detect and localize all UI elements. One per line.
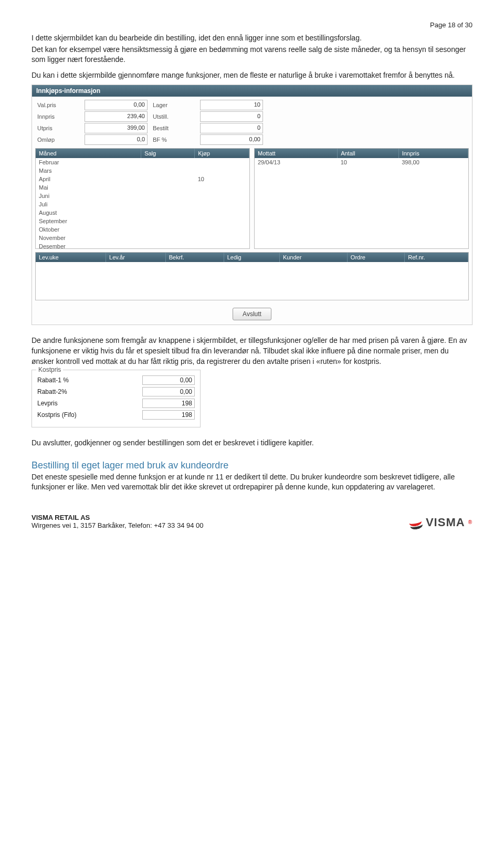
table-cell	[141, 225, 195, 234]
table-cell: Juni	[36, 192, 141, 200]
table-cell	[195, 208, 249, 217]
col-head: Måned	[36, 149, 141, 158]
table-cell: April	[36, 175, 141, 183]
col-head: Innpris	[398, 149, 468, 158]
col-head: Kjøp	[195, 149, 249, 158]
page-indicator: Page 18 of 30	[32, 21, 472, 29]
field-value[interactable]: 0	[200, 123, 263, 133]
footer-address: Wirgenes vei 1, 3157 Barkåker, Telefon: …	[32, 521, 204, 529]
table-cell	[141, 217, 195, 225]
table-cell: 398,00	[398, 158, 468, 166]
field-value[interactable]: 10	[200, 100, 263, 110]
panel-title: Innkjøps-informasjon	[32, 85, 472, 97]
table-cell: Oktober	[36, 225, 141, 234]
body-text: Du kan i dette skjermbilde gjennomføre m…	[32, 70, 472, 81]
table-cell	[195, 217, 249, 225]
table-cell	[141, 192, 195, 200]
col-head: Lev.år	[106, 253, 166, 262]
field-label: Lager	[153, 102, 195, 108]
table-cell: Mai	[36, 183, 141, 192]
table-cell: Februar	[36, 158, 141, 166]
info-grid: Val.pris 0,00 Lager 10 Innpris 239,40 Ut…	[32, 97, 472, 148]
field-label: Utpris	[37, 125, 79, 131]
field-label: Bestilt	[153, 125, 195, 131]
body-text: Det eneste spesielle med denne funksjon …	[32, 472, 472, 493]
field-value[interactable]: 0	[200, 111, 263, 122]
col-head: Mottatt	[255, 149, 338, 158]
field-value[interactable]: 0,00	[85, 100, 148, 110]
table-cell	[141, 208, 195, 217]
table-cell	[141, 234, 195, 242]
footer-company: VISMA RETAIL AS	[32, 514, 204, 521]
table-cell: Mars	[36, 166, 141, 175]
col-head: Antall	[338, 149, 399, 158]
col-head: Salg	[141, 149, 195, 158]
table-cell	[141, 158, 195, 166]
table-cell	[141, 166, 195, 175]
body-text: De andre funksjonene som fremgår av knap…	[32, 336, 472, 367]
page-footer: VISMA RETAIL AS Wirgenes vei 1, 3157 Bar…	[32, 514, 472, 529]
table-cell	[141, 200, 195, 208]
table-cell	[195, 200, 249, 208]
logo-text: VISMA	[426, 516, 465, 529]
kost-value[interactable]: 198	[142, 399, 195, 408]
table-cell: Desember	[36, 242, 141, 249]
field-value[interactable]: 0,0	[85, 134, 148, 145]
table-cell	[195, 225, 249, 234]
kost-label: Kostpris (Fifo)	[37, 411, 77, 419]
avslutt-button[interactable]: Avslutt	[233, 308, 271, 320]
col-head: Ordre	[347, 253, 404, 262]
month-table[interactable]: Måned Salg Kjøp FebruarMarsApril10MaiJun…	[35, 148, 250, 249]
field-value[interactable]: 399,00	[85, 123, 148, 133]
field-value[interactable]: 239,40	[85, 111, 148, 122]
visma-logo: VISMA®	[409, 516, 472, 529]
box-legend: Kostpris	[36, 366, 63, 373]
kost-value[interactable]: 0,00	[142, 375, 195, 385]
field-value[interactable]: 0,00	[200, 134, 263, 145]
col-head: Bekrf.	[165, 253, 224, 262]
kost-label: Rabatt-2%	[37, 388, 67, 395]
table-cell	[195, 158, 249, 166]
table-cell	[141, 242, 195, 249]
body-text: I dette skjermbildet kan du bearbeide di…	[32, 33, 472, 44]
table-cell: 10	[195, 175, 249, 183]
table-cell: Juli	[36, 200, 141, 208]
kost-value[interactable]: 198	[142, 410, 195, 420]
table-cell	[195, 183, 249, 192]
table-cell	[195, 192, 249, 200]
field-label: Omløp	[37, 137, 79, 143]
table-cell: August	[36, 208, 141, 217]
kostpris-box: Kostpris Rabatt-1 %0,00Rabatt-2%0,00Levp…	[32, 370, 201, 427]
field-label: Innpris	[37, 113, 79, 120]
table-cell	[195, 166, 249, 175]
body-text: Det kan for eksempel være hensiktsmessig…	[32, 45, 472, 65]
field-label: BF %	[153, 137, 195, 143]
table-cell	[141, 175, 195, 183]
col-head: Ledig	[224, 253, 279, 262]
col-head: Kunder	[279, 253, 347, 262]
col-head: Ref.nr.	[405, 253, 468, 262]
kost-label: Rabatt-1 %	[37, 377, 69, 384]
kost-value[interactable]: 0,00	[142, 387, 195, 396]
table-cell: 10	[338, 158, 399, 166]
table-cell	[195, 234, 249, 242]
visma-swoosh-icon	[409, 517, 423, 528]
col-head: Lev.uke	[36, 253, 106, 262]
table-cell: 29/04/13	[255, 158, 338, 166]
table-cell	[195, 242, 249, 249]
kost-label: Levpris	[37, 400, 58, 407]
field-label: Utstill.	[153, 113, 195, 120]
table-cell	[141, 183, 195, 192]
received-table[interactable]: Mottatt Antall Innpris 29/04/1310398,00	[254, 148, 469, 249]
field-label: Val.pris	[37, 102, 79, 108]
table-cell: September	[36, 217, 141, 225]
table-cell: November	[36, 234, 141, 242]
innkjops-panel: Innkjøps-informasjon Val.pris 0,00 Lager…	[32, 85, 472, 325]
delivery-table[interactable]: Lev.ukeLev.årBekrf.LedigKunderOrdreRef.n…	[35, 252, 469, 300]
section-heading: Bestilling til eget lager med bruk av ku…	[32, 460, 472, 471]
body-text: Du avslutter, godkjenner og sender besti…	[32, 438, 472, 448]
